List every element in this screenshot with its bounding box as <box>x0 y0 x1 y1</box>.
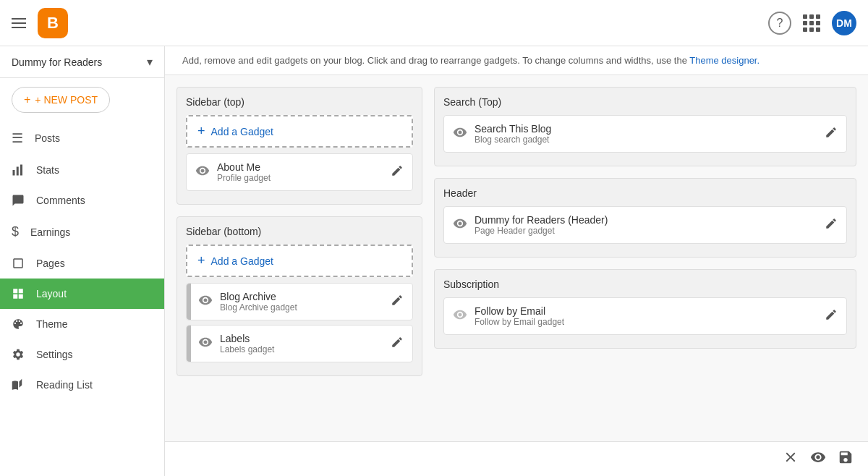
search-sub: Blog search gadget <box>475 135 817 145</box>
labels-gadget: Labels Labels gadget <box>186 325 413 362</box>
blog-archive-visibility-icon[interactable] <box>198 293 213 311</box>
right-column: Search (Top) Search This Blog Blog searc… <box>434 87 856 349</box>
subscription-gadget-name: Follow by Email <box>475 305 817 317</box>
blog-name: Dummy for Readers <box>12 56 102 68</box>
header-right: ? DM <box>768 11 856 35</box>
sidebar-item-layout[interactable]: Layout <box>0 279 164 309</box>
apps-button[interactable] <box>803 14 820 32</box>
user-avatar[interactable]: DM <box>832 11 856 35</box>
blog-archive-gadget: Blog Archive Blog Archive gadget <box>186 283 413 320</box>
header-visibility-icon[interactable] <box>453 216 467 234</box>
layout-icon <box>12 287 25 300</box>
sidebar-top-title: Sidebar (top) <box>186 96 413 108</box>
bottom-bar <box>165 441 868 476</box>
search-top-section: Search (Top) Search This Blog Blog searc… <box>434 87 856 166</box>
save-button[interactable] <box>838 449 854 469</box>
comments-label: Comments <box>36 195 85 206</box>
labels-drag-handle[interactable] <box>187 326 191 362</box>
sidebar-bottom-add-label: Add a Gadget <box>211 255 273 267</box>
follow-by-email-gadget: Follow by Email Follow by Email gadget <box>443 297 847 335</box>
svg-rect-2 <box>20 165 22 176</box>
sidebar-item-stats[interactable]: Stats <box>0 155 164 185</box>
sidebar: Dummy for Readers ▾ + + NEW POST ☰ Posts… <box>0 46 165 476</box>
reading-list-icon <box>12 378 25 391</box>
sidebar-item-reading-list[interactable]: Reading List <box>0 370 164 400</box>
sidebar-top-add-gadget[interactable]: + Add a Gadget <box>186 115 413 148</box>
content-area: Sidebar (top) + Add a Gadget About Me P <box>165 75 868 441</box>
search-this-blog-gadget: Search This Blog Blog search gadget <box>443 115 847 153</box>
subscription-gadget-text: Follow by Email Follow by Email gadget <box>475 305 817 327</box>
stats-label: Stats <box>36 164 59 176</box>
about-me-gadget-text: About Me Profile gadget <box>217 161 383 183</box>
help-button[interactable]: ? <box>768 12 791 35</box>
nav-items: ☰ Posts Stats Comments $ Earnings <box>0 122 164 476</box>
add-gadget-label: Add a Gadget <box>211 126 273 137</box>
labels-text: Labels Labels gadget <box>220 333 383 354</box>
blog-selector[interactable]: Dummy for Readers ▾ <box>0 46 164 78</box>
new-post-plus-icon: + <box>24 93 30 106</box>
header-gadget-sub: Page Header gadget <box>475 226 817 236</box>
preview-button[interactable] <box>810 449 826 469</box>
left-column: Sidebar (top) + Add a Gadget About Me P <box>176 87 422 376</box>
sidebar-item-earnings[interactable]: $ Earnings <box>0 216 164 248</box>
subscription-section: Subscription Follow by Email Follow by E… <box>434 269 856 349</box>
labels-name: Labels <box>220 333 383 344</box>
pages-icon <box>12 257 25 270</box>
about-me-visibility-icon[interactable] <box>195 163 210 182</box>
theme-designer-link[interactable]: Theme designer. <box>689 55 760 66</box>
header-left: B <box>12 8 68 38</box>
settings-label: Settings <box>36 349 73 360</box>
subscription-title: Subscription <box>443 279 847 290</box>
theme-icon <box>12 318 25 331</box>
about-me-sub: Profile gadget <box>217 173 383 183</box>
reading-list-label: Reading List <box>36 379 93 391</box>
theme-label: Theme <box>36 318 68 330</box>
sidebar-item-theme[interactable]: Theme <box>0 309 164 339</box>
instruction-bar: Add, remove and edit gadgets on your blo… <box>165 46 868 75</box>
subscription-visibility-icon[interactable] <box>453 307 467 326</box>
pages-label: Pages <box>36 258 65 269</box>
search-edit-icon[interactable] <box>825 126 838 142</box>
svg-rect-0 <box>13 170 15 176</box>
posts-label: Posts <box>35 132 60 144</box>
blog-archive-drag-handle[interactable] <box>187 284 191 320</box>
header-gadget-text: Dummy for Readers (Header) Page Header g… <box>475 214 817 236</box>
new-post-button[interactable]: + + NEW POST <box>12 87 110 113</box>
labels-visibility-icon[interactable] <box>198 335 213 353</box>
main-layout: Dummy for Readers ▾ + + NEW POST ☰ Posts… <box>0 46 868 476</box>
sidebar-item-settings[interactable]: Settings <box>0 339 164 370</box>
blog-archive-edit-icon[interactable] <box>391 294 404 310</box>
about-me-gadget: About Me Profile gadget <box>186 153 413 191</box>
subscription-gadget-sub: Follow by Email gadget <box>475 317 817 327</box>
posts-icon: ☰ <box>12 130 23 146</box>
about-me-edit-icon[interactable] <box>391 164 404 180</box>
sidebar-bottom-add-icon: + <box>197 253 205 268</box>
stats-icon <box>12 163 25 177</box>
comments-icon <box>12 194 25 207</box>
about-me-name: About Me <box>217 161 383 173</box>
sidebar-item-pages[interactable]: Pages <box>0 248 164 279</box>
blog-archive-name: Blog Archive <box>220 291 383 302</box>
add-gadget-plus-icon: + <box>197 124 205 139</box>
search-name: Search This Blog <box>475 123 817 135</box>
blog-selector-arrow-icon: ▾ <box>147 55 153 69</box>
sidebar-item-posts[interactable]: ☰ Posts <box>0 122 164 155</box>
labels-edit-icon[interactable] <box>391 336 404 352</box>
close-button[interactable] <box>783 449 799 469</box>
sidebar-bottom-section: Sidebar (bottom) + Add a Gadget Blog Arc <box>176 216 422 376</box>
page-header-gadget: Dummy for Readers (Header) Page Header g… <box>443 206 847 244</box>
subscription-edit-icon[interactable] <box>825 308 838 324</box>
header-gadget-name: Dummy for Readers (Header) <box>475 214 817 226</box>
search-top-title: Search (Top) <box>443 96 847 108</box>
instruction-text: Add, remove and edit gadgets on your blo… <box>182 55 689 66</box>
earnings-icon: $ <box>12 224 19 239</box>
sidebar-item-comments[interactable]: Comments <box>0 185 164 216</box>
search-visibility-icon[interactable] <box>453 125 467 143</box>
hamburger-button[interactable] <box>12 18 26 28</box>
sidebar-bottom-add-gadget[interactable]: + Add a Gadget <box>186 245 413 277</box>
earnings-label: Earnings <box>30 226 70 238</box>
blog-archive-sub: Blog Archive gadget <box>220 302 383 313</box>
layout-label: Layout <box>36 288 67 299</box>
header-edit-icon[interactable] <box>825 217 838 233</box>
search-gadget-text: Search This Blog Blog search gadget <box>475 123 817 145</box>
